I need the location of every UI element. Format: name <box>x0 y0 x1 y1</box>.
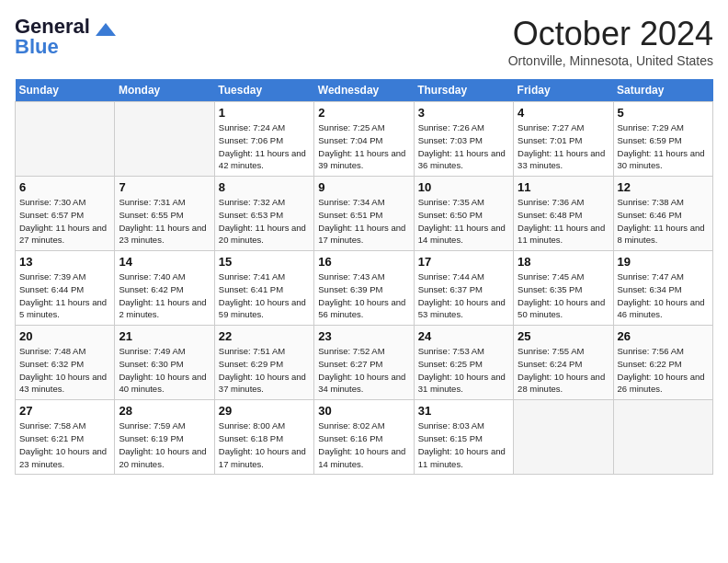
week-row-3: 13Sunrise: 7:39 AMSunset: 6:44 PMDayligh… <box>16 251 713 326</box>
day-number: 5 <box>618 106 709 120</box>
day-info: Sunrise: 8:03 AMSunset: 6:15 PMDaylight:… <box>418 419 509 470</box>
week-row-5: 27Sunrise: 7:58 AMSunset: 6:21 PMDayligh… <box>16 400 713 475</box>
day-number: 3 <box>418 106 509 120</box>
calendar-cell: 15Sunrise: 7:41 AMSunset: 6:41 PMDayligh… <box>214 251 313 326</box>
weekday-header-wednesday: Wednesday <box>314 79 414 102</box>
calendar-cell: 11Sunrise: 7:36 AMSunset: 6:48 PMDayligh… <box>514 177 613 251</box>
calendar-cell: 24Sunrise: 7:53 AMSunset: 6:25 PMDayligh… <box>414 326 513 400</box>
day-info: Sunrise: 7:24 AMSunset: 7:06 PMDaylight:… <box>219 121 310 172</box>
calendar-table: SundayMondayTuesdayWednesdayThursdayFrid… <box>15 79 713 475</box>
day-info: Sunrise: 7:43 AMSunset: 6:39 PMDaylight:… <box>318 270 409 321</box>
day-number: 12 <box>618 180 709 194</box>
day-number: 23 <box>318 329 409 343</box>
calendar-cell: 22Sunrise: 7:51 AMSunset: 6:29 PMDayligh… <box>214 326 313 400</box>
day-number: 29 <box>219 404 310 418</box>
day-number: 18 <box>518 255 609 269</box>
calendar-cell <box>115 102 214 177</box>
logo: General Blue <box>15 15 116 59</box>
calendar-cell: 4Sunrise: 7:27 AMSunset: 7:01 PMDaylight… <box>514 102 613 177</box>
day-number: 9 <box>318 180 409 194</box>
calendar-cell: 29Sunrise: 8:00 AMSunset: 6:18 PMDayligh… <box>214 400 313 475</box>
day-info: Sunrise: 7:47 AMSunset: 6:34 PMDaylight:… <box>618 270 709 321</box>
weekday-header-sunday: Sunday <box>16 79 115 102</box>
day-info: Sunrise: 7:44 AMSunset: 6:37 PMDaylight:… <box>418 270 509 321</box>
day-info: Sunrise: 7:30 AMSunset: 6:57 PMDaylight:… <box>19 196 110 247</box>
day-number: 30 <box>318 404 409 418</box>
day-info: Sunrise: 7:55 AMSunset: 6:24 PMDaylight:… <box>518 345 609 396</box>
calendar-cell: 13Sunrise: 7:39 AMSunset: 6:44 PMDayligh… <box>16 251 115 326</box>
day-number: 10 <box>418 180 509 194</box>
calendar-cell: 16Sunrise: 7:43 AMSunset: 6:39 PMDayligh… <box>314 251 414 326</box>
month-title: October 2024 <box>508 15 713 53</box>
day-number: 6 <box>19 180 110 194</box>
day-info: Sunrise: 7:58 AMSunset: 6:21 PMDaylight:… <box>19 419 110 470</box>
calendar-cell: 3Sunrise: 7:26 AMSunset: 7:03 PMDaylight… <box>414 102 513 177</box>
calendar-cell <box>16 102 115 177</box>
weekday-header-monday: Monday <box>115 79 214 102</box>
day-info: Sunrise: 7:51 AMSunset: 6:29 PMDaylight:… <box>219 345 310 396</box>
week-row-1: 1Sunrise: 7:24 AMSunset: 7:06 PMDaylight… <box>16 102 713 177</box>
logo-icon <box>96 23 116 36</box>
day-number: 2 <box>318 106 409 120</box>
day-number: 19 <box>618 255 709 269</box>
weekday-header-row: SundayMondayTuesdayWednesdayThursdayFrid… <box>16 79 713 102</box>
calendar-cell: 1Sunrise: 7:24 AMSunset: 7:06 PMDaylight… <box>214 102 313 177</box>
day-number: 4 <box>518 106 609 120</box>
calendar-cell <box>613 400 712 475</box>
day-info: Sunrise: 7:41 AMSunset: 6:41 PMDaylight:… <box>219 270 310 321</box>
day-info: Sunrise: 7:34 AMSunset: 6:51 PMDaylight:… <box>318 196 409 247</box>
calendar-cell: 27Sunrise: 7:58 AMSunset: 6:21 PMDayligh… <box>16 400 115 475</box>
calendar-cell: 28Sunrise: 7:59 AMSunset: 6:19 PMDayligh… <box>115 400 214 475</box>
calendar-cell: 14Sunrise: 7:40 AMSunset: 6:42 PMDayligh… <box>115 251 214 326</box>
weekday-header-thursday: Thursday <box>414 79 513 102</box>
day-number: 14 <box>119 255 210 269</box>
day-info: Sunrise: 7:56 AMSunset: 6:22 PMDaylight:… <box>618 345 709 396</box>
logo-general: General <box>15 15 90 38</box>
day-info: Sunrise: 7:35 AMSunset: 6:50 PMDaylight:… <box>418 196 509 247</box>
week-row-2: 6Sunrise: 7:30 AMSunset: 6:57 PMDaylight… <box>16 177 713 251</box>
day-info: Sunrise: 7:52 AMSunset: 6:27 PMDaylight:… <box>318 345 409 396</box>
day-number: 25 <box>518 329 609 343</box>
day-info: Sunrise: 7:53 AMSunset: 6:25 PMDaylight:… <box>418 345 509 396</box>
day-number: 26 <box>618 329 709 343</box>
day-number: 31 <box>418 404 509 418</box>
day-number: 13 <box>19 255 110 269</box>
calendar-cell: 8Sunrise: 7:32 AMSunset: 6:53 PMDaylight… <box>214 177 313 251</box>
calendar-cell: 5Sunrise: 7:29 AMSunset: 6:59 PMDaylight… <box>613 102 712 177</box>
weekday-header-saturday: Saturday <box>613 79 712 102</box>
calendar-cell <box>514 400 613 475</box>
day-info: Sunrise: 8:00 AMSunset: 6:18 PMDaylight:… <box>219 419 310 470</box>
day-number: 22 <box>219 329 310 343</box>
day-number: 27 <box>19 404 110 418</box>
weekday-header-friday: Friday <box>514 79 613 102</box>
calendar-cell: 17Sunrise: 7:44 AMSunset: 6:37 PMDayligh… <box>414 251 513 326</box>
day-info: Sunrise: 7:59 AMSunset: 6:19 PMDaylight:… <box>119 419 210 470</box>
day-number: 16 <box>318 255 409 269</box>
weekday-header-tuesday: Tuesday <box>214 79 313 102</box>
week-row-4: 20Sunrise: 7:48 AMSunset: 6:32 PMDayligh… <box>16 326 713 400</box>
calendar-cell: 19Sunrise: 7:47 AMSunset: 6:34 PMDayligh… <box>613 251 712 326</box>
calendar-cell: 26Sunrise: 7:56 AMSunset: 6:22 PMDayligh… <box>613 326 712 400</box>
calendar-cell: 30Sunrise: 8:02 AMSunset: 6:16 PMDayligh… <box>314 400 414 475</box>
day-info: Sunrise: 7:45 AMSunset: 6:35 PMDaylight:… <box>518 270 609 321</box>
day-number: 28 <box>119 404 210 418</box>
day-info: Sunrise: 7:25 AMSunset: 7:04 PMDaylight:… <box>318 121 409 172</box>
day-number: 7 <box>119 180 210 194</box>
day-info: Sunrise: 7:39 AMSunset: 6:44 PMDaylight:… <box>19 270 110 321</box>
day-info: Sunrise: 7:48 AMSunset: 6:32 PMDaylight:… <box>19 345 110 396</box>
day-info: Sunrise: 7:29 AMSunset: 6:59 PMDaylight:… <box>618 121 709 172</box>
calendar-cell: 6Sunrise: 7:30 AMSunset: 6:57 PMDaylight… <box>16 177 115 251</box>
calendar-cell: 23Sunrise: 7:52 AMSunset: 6:27 PMDayligh… <box>314 326 414 400</box>
calendar-cell: 21Sunrise: 7:49 AMSunset: 6:30 PMDayligh… <box>115 326 214 400</box>
calendar-cell: 31Sunrise: 8:03 AMSunset: 6:15 PMDayligh… <box>414 400 513 475</box>
calendar-cell: 2Sunrise: 7:25 AMSunset: 7:04 PMDaylight… <box>314 102 414 177</box>
location: Ortonville, Minnesota, United States <box>508 53 713 68</box>
calendar-cell: 9Sunrise: 7:34 AMSunset: 6:51 PMDaylight… <box>314 177 414 251</box>
day-number: 21 <box>119 329 210 343</box>
day-info: Sunrise: 7:32 AMSunset: 6:53 PMDaylight:… <box>219 196 310 247</box>
day-info: Sunrise: 8:02 AMSunset: 6:16 PMDaylight:… <box>318 419 409 470</box>
calendar-cell: 18Sunrise: 7:45 AMSunset: 6:35 PMDayligh… <box>514 251 613 326</box>
day-number: 20 <box>19 329 110 343</box>
day-number: 24 <box>418 329 509 343</box>
day-number: 8 <box>219 180 310 194</box>
